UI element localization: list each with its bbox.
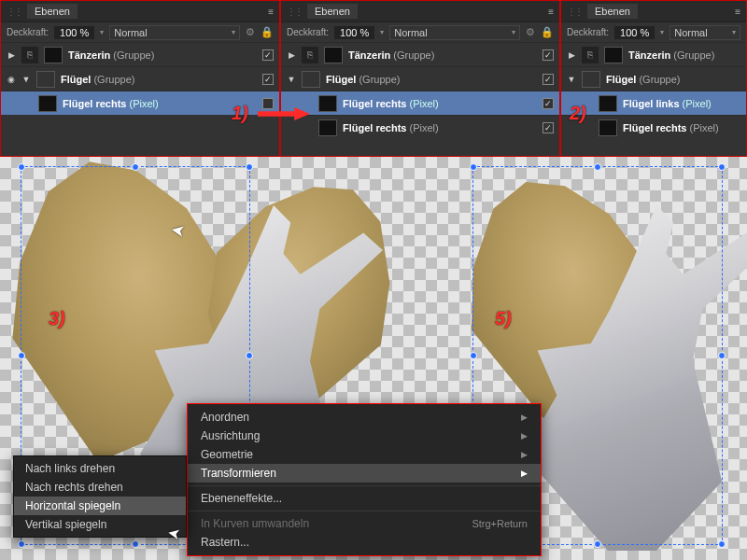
layer-name: Flügel rechts (Pixel) xyxy=(63,98,257,109)
layer-list: ▶ ⎘ Tänzerin (Gruppe) ◉ ▼ Flügel (Gruppe… xyxy=(1,42,279,156)
layers-panel-2: ⋮⋮Ebenen≡ Deckkraft: 100 %▾ Normal▾ ⚙🔒 ▶… xyxy=(280,0,560,157)
step-marker-5: 5) xyxy=(495,308,512,329)
visibility-checkbox[interactable] xyxy=(262,74,274,85)
panel-tabbar: ⋮⋮ Ebenen ≡ xyxy=(1,1,279,21)
disclosure-closed-icon[interactable]: ▶ xyxy=(7,50,16,60)
blendmode-select[interactable]: Normal▾ xyxy=(669,25,740,40)
layer-thumb xyxy=(38,95,57,112)
layer-group-taenzerin[interactable]: ▶ ⎘ Tänzerin (Gruppe) xyxy=(1,42,279,66)
submenu-flip-vertical[interactable]: Vertikal spiegeln xyxy=(14,515,186,534)
visibility-checkbox[interactable] xyxy=(543,49,554,61)
submenu-rotate-right[interactable]: Nach rechts drehen xyxy=(14,478,186,497)
transform-submenu: Nach links drehen Nach rechts drehen Hor… xyxy=(13,455,187,538)
layer-group-fluegel[interactable]: ▼Flügel (Gruppe) xyxy=(561,66,746,91)
disclosure-open-icon[interactable]: ▼ xyxy=(21,75,31,84)
step-marker-2: 2) xyxy=(570,103,586,124)
gear-icon[interactable]: ⚙ xyxy=(246,26,255,38)
gear-icon[interactable]: ⚙ xyxy=(526,26,535,38)
layer-fluegel-rechts[interactable]: Flügel rechts (Pixel) xyxy=(561,115,746,139)
visibility-checkbox[interactable] xyxy=(543,98,554,109)
link-icon: ⎘ xyxy=(21,47,38,63)
chevron-down-icon[interactable]: ▾ xyxy=(100,28,104,36)
menu-item-in-kurven[interactable]: In Kurven umwandelnStrg+Return xyxy=(188,514,541,533)
menu-item-ausrichtung[interactable]: Ausrichtung▶ xyxy=(188,427,541,445)
panel-options-row: Deckkraft: 100 % ▾ Normal▾ ⚙ 🔒 xyxy=(1,21,279,42)
panel-menu-icon[interactable]: ≡ xyxy=(268,7,274,17)
layer-fluegel-rechts[interactable]: Flügel rechts (Pixel) xyxy=(281,91,559,115)
layer-thumb xyxy=(36,71,55,88)
visibility-checkbox[interactable] xyxy=(262,49,274,61)
submenu-rotate-left[interactable]: Nach links drehen xyxy=(14,459,186,478)
opacity-value[interactable]: 100 % xyxy=(614,26,655,39)
step-marker-3: 3) xyxy=(49,308,65,329)
panel-tab[interactable]: Ebenen xyxy=(27,4,78,19)
layers-panel-3: ⋮⋮Ebenen≡ Deckkraft: 100 %▾ Normal▾ ▶⎘Tä… xyxy=(560,0,747,157)
step-marker-1: 1) xyxy=(232,103,248,124)
opacity-label: Deckkraft: xyxy=(287,27,329,37)
menu-separator xyxy=(188,511,541,511)
submenu-flip-horizontal[interactable]: Horizontal spiegeln xyxy=(14,497,186,515)
layers-panel-1: ⋮⋮ Ebenen ≡ Deckkraft: 100 % ▾ Normal▾ ⚙… xyxy=(0,0,280,157)
visibility-checkbox[interactable] xyxy=(543,122,554,133)
opacity-value[interactable]: 100 % xyxy=(334,26,374,39)
panel-menu-icon[interactable]: ≡ xyxy=(735,7,740,17)
layer-group-fluegel[interactable]: ◉ ▼ Flügel (Gruppe) xyxy=(1,66,279,91)
eye-icon[interactable]: ◉ xyxy=(7,75,16,84)
layer-group-taenzerin[interactable]: ▶⎘Tänzerin (Gruppe) xyxy=(561,42,746,66)
blendmode-value: Normal xyxy=(114,27,147,38)
lock-icon[interactable]: 🔒 xyxy=(261,26,274,38)
opacity-label: Deckkraft: xyxy=(567,27,609,37)
blendmode-select[interactable]: Normal▾ xyxy=(389,25,520,40)
context-menu: Anordnen▶ Ausrichtung▶ Geometrie▶ Transf… xyxy=(187,403,542,556)
panel-grip-icon[interactable]: ⋮⋮ xyxy=(7,7,21,17)
layer-name: Flügel (Gruppe) xyxy=(61,74,257,85)
layer-thumb xyxy=(44,47,63,63)
menu-separator xyxy=(188,485,541,486)
panel-tab[interactable]: Ebenen xyxy=(587,4,638,19)
layer-group-fluegel[interactable]: ▼Flügel (Gruppe) xyxy=(281,66,559,91)
menu-item-anordnen[interactable]: Anordnen▶ xyxy=(188,408,541,427)
lock-icon[interactable]: 🔒 xyxy=(541,26,554,38)
panel-tab[interactable]: Ebenen xyxy=(307,4,358,19)
layer-name: Tänzerin (Gruppe) xyxy=(68,49,257,61)
menu-item-geometrie[interactable]: Geometrie▶ xyxy=(188,445,541,464)
menu-item-transformieren[interactable]: Transformieren▶ xyxy=(188,464,541,483)
visibility-checkbox[interactable] xyxy=(543,74,554,85)
menu-item-rastern[interactable]: Rastern... xyxy=(188,533,541,552)
menu-item-ebeneneffekte[interactable]: Ebeneneffekte... xyxy=(188,489,541,508)
opacity-label: Deckkraft: xyxy=(7,27,49,37)
visibility-checkbox[interactable] xyxy=(262,98,274,109)
layer-fluegel-rechts-2[interactable]: Flügel rechts (Pixel) xyxy=(281,115,559,139)
layer-fluegel-links[interactable]: Flügel links (Pixel) xyxy=(561,91,746,115)
panel-menu-icon[interactable]: ≡ xyxy=(548,7,554,17)
blendmode-select[interactable]: Normal▾ xyxy=(109,25,240,40)
opacity-value[interactable]: 100 % xyxy=(54,26,94,39)
layer-group-taenzerin[interactable]: ▶⎘Tänzerin (Gruppe) xyxy=(281,42,559,66)
